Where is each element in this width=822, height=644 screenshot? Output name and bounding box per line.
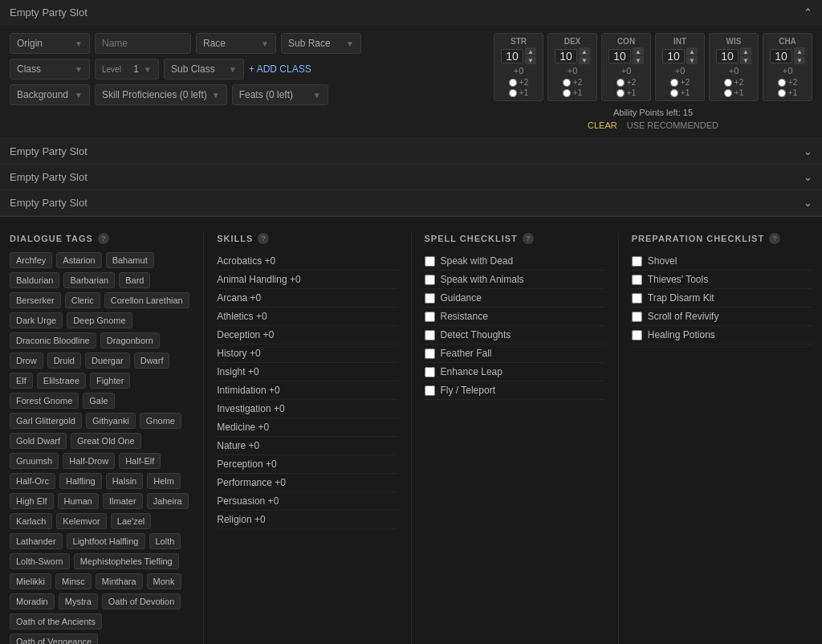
skill-item[interactable]: Arcana +0 — [217, 289, 397, 308]
dialogue-tag-garl-glittergold[interactable]: Garl Glittergold — [10, 413, 82, 429]
str-radio-1-input[interactable] — [509, 89, 517, 97]
dialogue-tag-barbarian[interactable]: Barbarian — [63, 272, 115, 288]
dialogue-tag-dragonborn[interactable]: Dragonborn — [100, 332, 160, 348]
dialogue-tag-bard[interactable]: Bard — [119, 272, 150, 288]
preparation-checkbox-4[interactable] — [632, 330, 642, 340]
origin-dropdown[interactable]: Origin ▼ — [10, 33, 90, 54]
dialogue-tag-human[interactable]: Human — [58, 493, 99, 509]
preparation-checklist-item[interactable]: Trap Disarm Kit — [632, 289, 812, 308]
spell-checklist-item[interactable]: Guidance — [425, 289, 605, 308]
level-dropdown[interactable]: Level 1 ▼ — [95, 59, 159, 79]
dialogue-tag-bahamut[interactable]: Bahamut — [106, 252, 154, 268]
clear-ability-button[interactable]: CLEAR — [588, 120, 617, 130]
spell-checklist-item[interactable]: Speak with Dead — [425, 252, 605, 271]
dialogue-tag-half-orc[interactable]: Half-Orc — [10, 473, 55, 489]
skill-item[interactable]: Animal Handling +0 — [217, 271, 397, 289]
skill-item[interactable]: Acrobatics +0 — [217, 252, 397, 271]
dialogue-tag-lathander[interactable]: Lathander — [10, 533, 63, 549]
dialogue-tag-half-drow[interactable]: Half-Drow — [63, 453, 115, 469]
dex-radio-1-input[interactable] — [563, 89, 571, 97]
dialogue-tag-deep-gnome[interactable]: Deep Gnome — [67, 312, 132, 328]
use-recommended-button[interactable]: USE RECOMMENDED — [627, 120, 718, 130]
background-dropdown[interactable]: Background ▼ — [10, 84, 90, 105]
dialogue-tag-lightfoot-halfling[interactable]: Lightfoot Halfling — [67, 533, 145, 549]
int-radio-2-input[interactable] — [670, 79, 678, 87]
skill-item[interactable]: Investigation +0 — [217, 400, 397, 418]
dialogue-tag-corellon-larethian[interactable]: Corellon Larethian — [104, 292, 189, 308]
con-down-button[interactable]: ▼ — [633, 56, 644, 64]
dialogue-tag-jaheira[interactable]: Jaheira — [147, 493, 189, 509]
dialogue-tag-lolth[interactable]: Lolth — [149, 533, 181, 549]
party-slot-4-header[interactable]: Empty Party Slot ⌄ — [0, 190, 822, 215]
skill-item[interactable]: Insight +0 — [217, 363, 397, 381]
dialogue-tag-kelemvor[interactable]: Kelemvor — [56, 513, 106, 529]
skill-item[interactable]: Perception +0 — [217, 455, 397, 474]
preparation-checkbox-3[interactable] — [632, 312, 642, 322]
preparation-checklist-help-icon[interactable]: ? — [769, 233, 780, 244]
spell-checklist-item[interactable]: Enhance Leap — [425, 363, 605, 381]
cha-up-button[interactable]: ▲ — [794, 47, 805, 55]
con-up-button[interactable]: ▲ — [633, 47, 644, 55]
dialogue-tag-halfling[interactable]: Halfling — [59, 473, 102, 489]
skill-proficiencies-dropdown[interactable]: Skill Proficiencies (0 left) ▼ — [95, 84, 227, 105]
con-input[interactable] — [608, 49, 631, 63]
spell-checkbox-0[interactable] — [425, 256, 435, 267]
str-up-button[interactable]: ▲ — [525, 47, 536, 55]
dialogue-tag-cleric[interactable]: Cleric — [65, 292, 100, 308]
preparation-checklist-item[interactable]: Shovel — [632, 252, 812, 271]
str-down-button[interactable]: ▼ — [525, 56, 536, 64]
dex-input[interactable] — [555, 49, 577, 63]
feats-dropdown[interactable]: Feats (0 left) ▼ — [232, 84, 328, 105]
dialogue-tag-githyanki[interactable]: Githyanki — [86, 413, 136, 429]
dialogue-tag-monk[interactable]: Monk — [147, 573, 181, 589]
party-slot-1-header[interactable]: Empty Party Slot ⌃ — [0, 0, 822, 25]
dialogue-tag-gruumsh[interactable]: Gruumsh — [10, 453, 59, 469]
dialogue-tag-halsin[interactable]: Halsin — [106, 473, 144, 489]
add-class-button[interactable]: + ADD CLASS — [249, 63, 311, 75]
spell-checkbox-5[interactable] — [425, 348, 435, 359]
preparation-checklist-item[interactable]: Scroll of Revivify — [632, 308, 812, 326]
con-radio-1-input[interactable] — [616, 89, 625, 97]
dialogue-tag-drow[interactable]: Drow — [10, 353, 43, 369]
dialogue-tag-laezel[interactable]: Lae'zel — [111, 513, 152, 529]
spell-checklist-help-icon[interactable]: ? — [523, 233, 534, 244]
skill-item[interactable]: Medicine +0 — [217, 418, 397, 437]
skill-item[interactable]: Nature +0 — [217, 437, 397, 455]
preparation-checkbox-0[interactable] — [632, 256, 642, 267]
skill-item[interactable]: Performance +0 — [217, 474, 397, 492]
dialogue-tag-minthara[interactable]: Minthara — [96, 573, 143, 589]
dialogue-tag-forest-gnome[interactable]: Forest Gnome — [10, 393, 79, 409]
dialogue-tag-baldurian[interactable]: Baldurian — [10, 272, 59, 288]
spell-checkbox-6[interactable] — [425, 367, 435, 377]
spell-checkbox-3[interactable] — [425, 312, 435, 322]
spell-checkbox-7[interactable] — [425, 385, 435, 396]
dialogue-tag-oath-of-the-ancients[interactable]: Oath of the Ancients — [10, 613, 102, 630]
dialogue-tag-ilmater[interactable]: Ilmater — [103, 493, 143, 509]
preparation-checkbox-1[interactable] — [632, 275, 642, 285]
wis-down-button[interactable]: ▼ — [740, 56, 751, 64]
spell-checkbox-1[interactable] — [425, 275, 435, 285]
preparation-checklist-item[interactable]: Thieves' Tools — [632, 271, 812, 289]
party-slot-3-header[interactable]: Empty Party Slot ⌄ — [0, 165, 822, 190]
int-up-button[interactable]: ▲ — [686, 47, 698, 55]
dialogue-tag-minsc[interactable]: Minsc — [55, 573, 92, 589]
dialogue-tag-elf[interactable]: Elf — [10, 373, 33, 389]
dialogue-tags-help-icon[interactable]: ? — [98, 233, 109, 244]
dialogue-tag-mephistopheles-tiefling[interactable]: Mephistopheles Tiefling — [74, 553, 179, 569]
class-dropdown[interactable]: Class ▼ — [10, 59, 90, 79]
dialogue-tag-astarion[interactable]: Astarion — [56, 252, 101, 268]
dialogue-tag-duergar[interactable]: Duergar — [85, 353, 130, 369]
dex-up-button[interactable]: ▲ — [579, 47, 590, 55]
spell-checklist-item[interactable]: Resistance — [425, 308, 605, 326]
wis-input[interactable] — [716, 49, 739, 63]
party-slot-2-header[interactable]: Empty Party Slot ⌄ — [0, 139, 822, 164]
wis-radio-2-input[interactable] — [724, 79, 732, 87]
spell-checkbox-2[interactable] — [425, 293, 435, 304]
skill-item[interactable]: Athletics +0 — [217, 308, 397, 326]
dialogue-tag-high-elf[interactable]: High Elf — [10, 493, 54, 509]
con-radio-2-input[interactable] — [616, 79, 625, 87]
race-dropdown[interactable]: Race ▼ — [196, 33, 276, 54]
spell-checklist-item[interactable]: Feather Fall — [425, 344, 605, 363]
int-radio-1-input[interactable] — [670, 89, 678, 97]
int-input[interactable] — [662, 49, 685, 63]
